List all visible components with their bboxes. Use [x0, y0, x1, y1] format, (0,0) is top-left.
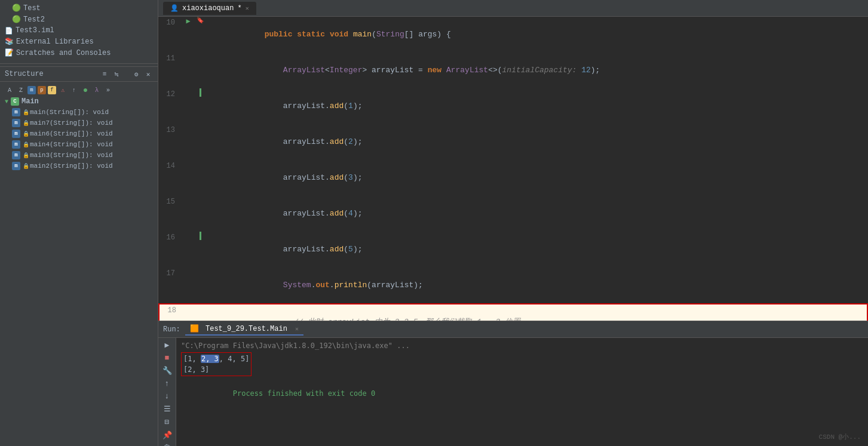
- editor-wrapper: 👤 xiaoxiaoquan * ✕ 10 ▶ 🔖: [158, 0, 868, 446]
- bottom-tab-bar: Run: 🟧 Test_9_29.Test.Main ✕: [158, 321, 868, 338]
- line-num-14: 14: [158, 160, 182, 172]
- code-line-15: 15 arrayList.add(4);: [158, 196, 868, 232]
- close-icon[interactable]: ✕: [143, 69, 153, 79]
- editor-tab-active[interactable]: 👤 xiaoxiaoquan * ✕: [163, 2, 256, 15]
- structure-method-main[interactable]: m 🔒 main(String[]): void: [0, 107, 158, 118]
- lock-icon-1: 🔒: [23, 120, 29, 126]
- code-line-17: 17 System.out.println(arrayList);: [158, 267, 868, 303]
- line-gutter-10: ▶: [182, 17, 194, 26]
- lock-icon-3: 🔒: [23, 142, 29, 147]
- watermark: CSDN @小...: [819, 432, 861, 441]
- code-line-16: 16 arrayList.add(5);: [158, 232, 868, 267]
- green-bar-16: [200, 232, 201, 240]
- wrench-icon[interactable]: 🔧: [161, 366, 173, 376]
- stop-button[interactable]: ■: [161, 353, 173, 362]
- line-gutter-16b: [194, 232, 206, 240]
- sidebar-item-test2[interactable]: 🟢 Test2: [0, 14, 158, 25]
- trash-icon[interactable]: 🗑: [161, 444, 173, 446]
- sidebar-item-scratches[interactable]: 📝 Scratches and Consoles: [0, 47, 158, 59]
- lock-icon-5: 🔒: [23, 163, 29, 169]
- code-editor[interactable]: 10 ▶ 🔖 public static void main(String[] …: [158, 17, 868, 321]
- code-content-17: System.out.println(arrayList);: [206, 267, 868, 303]
- code-content-13: arrayList.add(2);: [206, 124, 868, 160]
- filter-z-icon[interactable]: Z: [16, 85, 26, 95]
- code-line-13: 13 arrayList.add(2);: [158, 124, 868, 160]
- structure-panel: Structure ≡ ≒ ⚙ ✕ Α Z m p f ⚠: [0, 66, 158, 446]
- method-icon-5: m: [12, 162, 20, 170]
- structure-method-main7[interactable]: m 🔒 main7(String[]): void: [0, 118, 158, 128]
- lock-icon-2: 🔒: [23, 131, 29, 137]
- tab-icon: 🟧: [190, 325, 199, 333]
- code-content-14: arrayList.add(3);: [206, 160, 868, 196]
- filter-f-icon[interactable]: f: [48, 86, 56, 94]
- run-arrow-10[interactable]: ▶: [186, 17, 190, 26]
- bottom-tab-run[interactable]: 🟧 Test_9_29.Test.Main ✕: [185, 323, 303, 336]
- filter-inherit-icon[interactable]: ↑: [69, 85, 79, 95]
- bookmark-10[interactable]: 🔖: [197, 17, 204, 24]
- bottom-toolbar: ▶ ■ 🔧 ↑ ↓ ☰ ⊟ 📌 🗑 ⚙: [158, 338, 176, 446]
- console-line-java-path: "C:\Program Files\Java\jdk1.8.0_192\bin\…: [181, 340, 863, 351]
- structure-method-main6[interactable]: m 🔒 main6(String[]): void: [0, 128, 158, 139]
- output-box: [1, 2, 3, 4, 5] [2, 3]: [181, 352, 251, 376]
- line-num-12: 12: [158, 88, 182, 100]
- code-line-18: 18 // 此时 arrayList 中为 2 3 5，那么我们截取 1 - 3…: [160, 304, 867, 321]
- project-tree: 🟢 Test 🟢 Test2 📄 Test3.iml 📚 External Li…: [0, 0, 158, 61]
- code-content-10: public static void main(String[] args) {: [206, 17, 868, 53]
- sidebar-item-test[interactable]: 🟢 Test: [0, 2, 158, 14]
- line-num-13: 13: [158, 124, 182, 136]
- java-icon-2: 🟢: [12, 15, 21, 24]
- method-icon-3: m: [12, 140, 20, 149]
- structure-method-main2[interactable]: m 🔒 main2(String[]): void: [0, 161, 158, 171]
- filter-lambda-icon[interactable]: λ: [92, 85, 102, 95]
- pin-icon[interactable]: 📌: [161, 430, 173, 440]
- lock-icon-0: 🔒: [23, 109, 29, 115]
- settings-icon[interactable]: ⚙: [131, 69, 141, 79]
- console-line-1: [1, 2, 3, 4, 5]: [183, 353, 249, 364]
- run-label: Run:: [163, 325, 180, 334]
- tab-modified: *: [237, 4, 241, 13]
- lib-icon: 📚: [5, 37, 14, 46]
- structure-toolbar: ≡ ≒ ⚙ ✕: [100, 69, 153, 79]
- scroll-down-icon[interactable]: ↓: [161, 392, 173, 401]
- filter-m-icon[interactable]: m: [27, 86, 36, 94]
- sort-alpha-icon[interactable]: ≡: [100, 69, 109, 79]
- scroll-up-icon[interactable]: ↑: [161, 379, 173, 388]
- sidebar-divider: [0, 63, 158, 64]
- highlighted-numbers: 2, 3: [201, 355, 219, 363]
- line-num-18: 18: [160, 304, 183, 316]
- java-icon: 🟢: [12, 4, 21, 13]
- tab-close-button[interactable]: ✕: [246, 5, 249, 12]
- split-icon[interactable]: ⊟: [161, 417, 173, 427]
- line-num-11: 11: [158, 53, 182, 64]
- code-content-18: // 此时 arrayList 中为 2 3 5，那么我们截取 1 - 3 位置: [207, 304, 867, 321]
- sort-type-icon[interactable]: ≒: [112, 69, 121, 79]
- tab-username: xiaoxiaoquan: [182, 4, 234, 13]
- line-num-16: 16: [158, 232, 182, 244]
- highlighted-code-block: 18 // 此时 arrayList 中为 2 3 5，那么我们截取 1 - 3…: [158, 303, 868, 321]
- sidebar-item-external-libraries[interactable]: 📚 External Libraries: [0, 36, 158, 47]
- console-line-2: [2, 3]: [183, 364, 249, 375]
- sidebar: 🟢 Test 🟢 Test2 📄 Test3.iml 📚 External Li…: [0, 0, 158, 446]
- filter-a-icon[interactable]: Α: [5, 85, 14, 95]
- code-content-16: arrayList.add(5);: [206, 232, 868, 267]
- console-line-exit: Process finished with exit code 0: [181, 377, 863, 410]
- structure-class-main[interactable]: ▼ C Main: [0, 96, 158, 107]
- list-icon[interactable]: ☰: [161, 404, 173, 414]
- tab-close-run[interactable]: ✕: [295, 326, 299, 333]
- sidebar-item-iml[interactable]: 📄 Test3.iml: [0, 25, 158, 36]
- bottom-panel: Run: 🟧 Test_9_29.Test.Main ✕ ▶ ■ 🔧 ↑ ↓ ☰…: [158, 321, 868, 446]
- code-content-11: ArrayList<Integer> arrayList = new Array…: [206, 53, 868, 88]
- code-content-12: arrayList.add(1);: [206, 88, 868, 124]
- method-icon-4: m: [12, 151, 20, 159]
- filter-dot-icon[interactable]: ●: [81, 85, 90, 95]
- structure-method-main4[interactable]: m 🔒 main4(String[]): void: [0, 139, 158, 150]
- method-icon-0: m: [12, 108, 20, 116]
- expand-icon[interactable]: »: [103, 85, 113, 95]
- filter-p-icon[interactable]: p: [38, 86, 46, 94]
- play-button[interactable]: ▶: [161, 340, 173, 350]
- exit-text: Process finished with exit code 0: [233, 389, 375, 398]
- structure-method-main3[interactable]: m 🔒 main3(String[]): void: [0, 150, 158, 161]
- code-line-14: 14 arrayList.add(3);: [158, 160, 868, 196]
- editor-area: 👤 xiaoxiaoquan * ✕ 10 ▶ 🔖: [158, 0, 868, 321]
- filter-err-icon[interactable]: ⚠: [58, 85, 68, 95]
